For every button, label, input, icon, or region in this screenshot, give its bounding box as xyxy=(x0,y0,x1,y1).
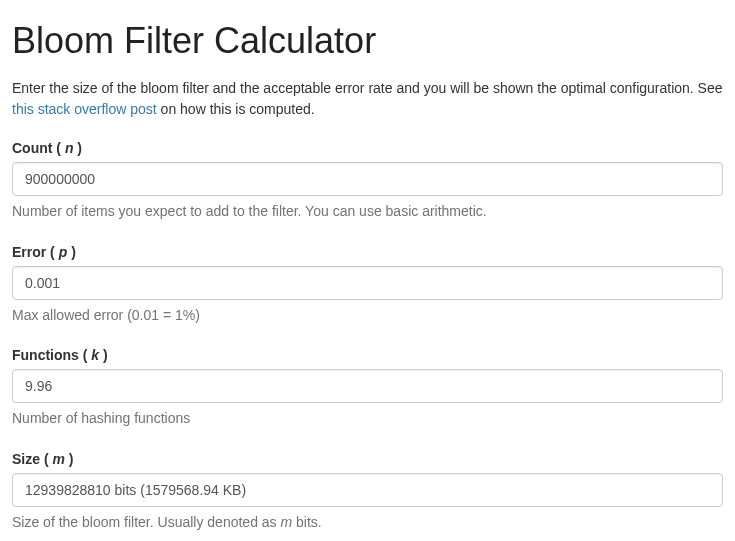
page-title: Bloom Filter Calculator xyxy=(12,20,723,62)
size-help: Size of the bloom filter. Usually denote… xyxy=(12,513,723,533)
error-help: Max allowed error (0.01 = 1%) xyxy=(12,306,723,326)
size-label: Size ( m ) xyxy=(12,451,723,467)
intro-text-after: on how this is computed. xyxy=(157,101,315,117)
size-input[interactable] xyxy=(12,473,723,507)
intro-text: Enter the size of the bloom filter and t… xyxy=(12,78,723,120)
size-help-var: m xyxy=(280,514,292,530)
functions-label: Functions ( k ) xyxy=(12,347,723,363)
size-help-after: bits. xyxy=(292,514,322,530)
size-help-before: Size of the bloom filter. Usually denote… xyxy=(12,514,280,530)
error-label: Error ( p ) xyxy=(12,244,723,260)
error-group: Error ( p ) Max allowed error (0.01 = 1%… xyxy=(12,244,723,326)
count-help: Number of items you expect to add to the… xyxy=(12,202,723,222)
count-group: Count ( n ) Number of items you expect t… xyxy=(12,140,723,222)
functions-label-suffix: ) xyxy=(99,347,108,363)
functions-help: Number of hashing functions xyxy=(12,409,723,429)
stack-overflow-link[interactable]: this stack overflow post xyxy=(12,101,157,117)
size-label-suffix: ) xyxy=(65,451,74,467)
error-input[interactable] xyxy=(12,266,723,300)
functions-label-var: k xyxy=(91,347,99,363)
intro-text-before: Enter the size of the bloom filter and t… xyxy=(12,80,723,96)
count-label-prefix: Count ( xyxy=(12,140,65,156)
size-group: Size ( m ) Size of the bloom filter. Usu… xyxy=(12,451,723,533)
functions-group: Functions ( k ) Number of hashing functi… xyxy=(12,347,723,429)
error-label-var: p xyxy=(59,244,68,260)
count-label: Count ( n ) xyxy=(12,140,723,156)
count-label-suffix: ) xyxy=(73,140,82,156)
count-input[interactable] xyxy=(12,162,723,196)
functions-input[interactable] xyxy=(12,369,723,403)
size-label-var: m xyxy=(52,451,64,467)
functions-label-prefix: Functions ( xyxy=(12,347,91,363)
size-label-prefix: Size ( xyxy=(12,451,52,467)
error-label-prefix: Error ( xyxy=(12,244,59,260)
error-label-suffix: ) xyxy=(67,244,76,260)
